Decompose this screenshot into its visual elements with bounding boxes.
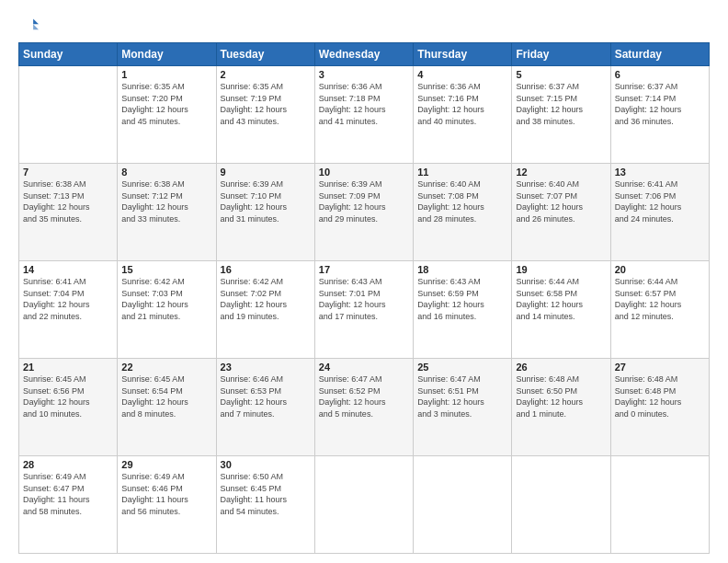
day-info: Sunrise: 6:35 AM Sunset: 7:20 PM Dayligh… bbox=[121, 81, 211, 127]
day-number: 22 bbox=[121, 362, 211, 373]
day-cell: 20Sunrise: 6:44 AM Sunset: 6:57 PM Dayli… bbox=[610, 261, 709, 359]
day-info: Sunrise: 6:40 AM Sunset: 7:07 PM Dayligh… bbox=[516, 178, 606, 224]
day-cell bbox=[512, 456, 610, 554]
day-info: Sunrise: 6:47 AM Sunset: 6:51 PM Dayligh… bbox=[417, 373, 507, 419]
day-number: 20 bbox=[615, 264, 705, 275]
day-number: 30 bbox=[221, 459, 311, 470]
day-cell: 22Sunrise: 6:45 AM Sunset: 6:54 PM Dayli… bbox=[118, 359, 216, 456]
week-row-3: 14Sunrise: 6:41 AM Sunset: 7:04 PM Dayli… bbox=[19, 261, 710, 359]
day-info: Sunrise: 6:42 AM Sunset: 7:02 PM Dayligh… bbox=[221, 276, 311, 322]
day-info: Sunrise: 6:45 AM Sunset: 6:54 PM Dayligh… bbox=[121, 373, 211, 419]
day-cell: 14Sunrise: 6:41 AM Sunset: 7:04 PM Dayli… bbox=[19, 261, 118, 359]
week-row-1: 1Sunrise: 6:35 AM Sunset: 7:20 PM Daylig… bbox=[19, 66, 710, 164]
weekday-header-row: SundayMondayTuesdayWednesdayThursdayFrid… bbox=[19, 43, 710, 66]
day-number: 1 bbox=[121, 69, 211, 80]
day-number: 15 bbox=[121, 264, 211, 275]
day-info: Sunrise: 6:40 AM Sunset: 7:08 PM Dayligh… bbox=[417, 178, 507, 224]
day-info: Sunrise: 6:35 AM Sunset: 7:19 PM Dayligh… bbox=[221, 81, 311, 127]
day-number: 9 bbox=[221, 167, 311, 178]
day-cell: 12Sunrise: 6:40 AM Sunset: 7:07 PM Dayli… bbox=[512, 164, 610, 261]
weekday-tuesday: Tuesday bbox=[216, 43, 314, 66]
day-cell: 24Sunrise: 6:47 AM Sunset: 6:52 PM Dayli… bbox=[314, 359, 413, 456]
day-cell: 9Sunrise: 6:39 AM Sunset: 7:10 PM Daylig… bbox=[216, 164, 314, 261]
day-cell: 25Sunrise: 6:47 AM Sunset: 6:51 PM Dayli… bbox=[414, 359, 512, 456]
day-cell: 13Sunrise: 6:41 AM Sunset: 7:06 PM Dayli… bbox=[610, 164, 709, 261]
weekday-wednesday: Wednesday bbox=[314, 43, 413, 66]
day-number: 19 bbox=[516, 264, 606, 275]
calendar-table: SundayMondayTuesdayWednesdayThursdayFrid… bbox=[18, 42, 710, 554]
day-info: Sunrise: 6:39 AM Sunset: 7:10 PM Dayligh… bbox=[221, 178, 311, 224]
day-info: Sunrise: 6:48 AM Sunset: 6:48 PM Dayligh… bbox=[615, 373, 705, 419]
day-cell: 18Sunrise: 6:43 AM Sunset: 6:59 PM Dayli… bbox=[414, 261, 512, 359]
day-info: Sunrise: 6:44 AM Sunset: 6:57 PM Dayligh… bbox=[615, 276, 705, 322]
day-cell: 8Sunrise: 6:38 AM Sunset: 7:12 PM Daylig… bbox=[118, 164, 216, 261]
day-number: 11 bbox=[417, 167, 507, 178]
day-info: Sunrise: 6:45 AM Sunset: 6:56 PM Dayligh… bbox=[23, 373, 113, 419]
day-cell: 1Sunrise: 6:35 AM Sunset: 7:20 PM Daylig… bbox=[118, 66, 216, 164]
day-cell: 10Sunrise: 6:39 AM Sunset: 7:09 PM Dayli… bbox=[314, 164, 413, 261]
day-cell: 30Sunrise: 6:50 AM Sunset: 6:45 PM Dayli… bbox=[216, 456, 314, 554]
day-number: 21 bbox=[23, 362, 113, 373]
day-info: Sunrise: 6:49 AM Sunset: 6:47 PM Dayligh… bbox=[23, 471, 113, 517]
week-row-5: 28Sunrise: 6:49 AM Sunset: 6:47 PM Dayli… bbox=[19, 456, 710, 554]
day-cell: 29Sunrise: 6:49 AM Sunset: 6:46 PM Dayli… bbox=[118, 456, 216, 554]
day-cell: 15Sunrise: 6:42 AM Sunset: 7:03 PM Dayli… bbox=[118, 261, 216, 359]
day-number: 17 bbox=[319, 264, 409, 275]
weekday-thursday: Thursday bbox=[414, 43, 512, 66]
day-info: Sunrise: 6:50 AM Sunset: 6:45 PM Dayligh… bbox=[221, 471, 311, 517]
day-cell bbox=[19, 66, 118, 164]
weekday-friday: Friday bbox=[512, 43, 610, 66]
day-cell: 2Sunrise: 6:35 AM Sunset: 7:19 PM Daylig… bbox=[216, 66, 314, 164]
logo-icon bbox=[18, 15, 39, 35]
day-info: Sunrise: 6:37 AM Sunset: 7:15 PM Dayligh… bbox=[516, 81, 606, 127]
day-info: Sunrise: 6:39 AM Sunset: 7:09 PM Dayligh… bbox=[319, 178, 409, 224]
day-number: 4 bbox=[417, 69, 507, 80]
day-number: 14 bbox=[23, 264, 113, 275]
day-number: 25 bbox=[417, 362, 507, 373]
logo bbox=[18, 15, 42, 35]
day-number: 12 bbox=[516, 167, 606, 178]
day-info: Sunrise: 6:47 AM Sunset: 6:52 PM Dayligh… bbox=[319, 373, 409, 419]
weekday-saturday: Saturday bbox=[610, 43, 709, 66]
day-info: Sunrise: 6:48 AM Sunset: 6:50 PM Dayligh… bbox=[516, 373, 606, 419]
day-number: 6 bbox=[615, 69, 705, 80]
day-info: Sunrise: 6:49 AM Sunset: 6:46 PM Dayligh… bbox=[121, 471, 211, 517]
day-cell: 16Sunrise: 6:42 AM Sunset: 7:02 PM Dayli… bbox=[216, 261, 314, 359]
day-cell: 3Sunrise: 6:36 AM Sunset: 7:18 PM Daylig… bbox=[314, 66, 413, 164]
day-cell: 26Sunrise: 6:48 AM Sunset: 6:50 PM Dayli… bbox=[512, 359, 610, 456]
day-number: 29 bbox=[121, 459, 211, 470]
day-cell: 23Sunrise: 6:46 AM Sunset: 6:53 PM Dayli… bbox=[216, 359, 314, 456]
day-number: 18 bbox=[417, 264, 507, 275]
day-cell bbox=[610, 456, 709, 554]
day-cell: 4Sunrise: 6:36 AM Sunset: 7:16 PM Daylig… bbox=[414, 66, 512, 164]
weekday-sunday: Sunday bbox=[19, 43, 118, 66]
week-row-2: 7Sunrise: 6:38 AM Sunset: 7:13 PM Daylig… bbox=[19, 164, 710, 261]
day-info: Sunrise: 6:42 AM Sunset: 7:03 PM Dayligh… bbox=[121, 276, 211, 322]
day-number: 7 bbox=[23, 167, 113, 178]
svg-marker-1 bbox=[33, 24, 39, 29]
day-number: 16 bbox=[221, 264, 311, 275]
day-number: 23 bbox=[221, 362, 311, 373]
day-number: 26 bbox=[516, 362, 606, 373]
day-number: 8 bbox=[121, 167, 211, 178]
day-cell: 21Sunrise: 6:45 AM Sunset: 6:56 PM Dayli… bbox=[19, 359, 118, 456]
day-info: Sunrise: 6:36 AM Sunset: 7:16 PM Dayligh… bbox=[417, 81, 507, 127]
day-info: Sunrise: 6:36 AM Sunset: 7:18 PM Dayligh… bbox=[319, 81, 409, 127]
day-info: Sunrise: 6:46 AM Sunset: 6:53 PM Dayligh… bbox=[221, 373, 311, 419]
day-info: Sunrise: 6:37 AM Sunset: 7:14 PM Dayligh… bbox=[615, 81, 705, 127]
day-cell bbox=[314, 456, 413, 554]
day-number: 2 bbox=[221, 69, 311, 80]
day-info: Sunrise: 6:41 AM Sunset: 7:04 PM Dayligh… bbox=[23, 276, 113, 322]
day-cell: 28Sunrise: 6:49 AM Sunset: 6:47 PM Dayli… bbox=[19, 456, 118, 554]
day-number: 28 bbox=[23, 459, 113, 470]
day-number: 10 bbox=[319, 167, 409, 178]
day-cell: 7Sunrise: 6:38 AM Sunset: 7:13 PM Daylig… bbox=[19, 164, 118, 261]
day-cell: 6Sunrise: 6:37 AM Sunset: 7:14 PM Daylig… bbox=[610, 66, 709, 164]
day-cell: 27Sunrise: 6:48 AM Sunset: 6:48 PM Dayli… bbox=[610, 359, 709, 456]
day-cell: 19Sunrise: 6:44 AM Sunset: 6:58 PM Dayli… bbox=[512, 261, 610, 359]
day-number: 13 bbox=[615, 167, 705, 178]
day-info: Sunrise: 6:41 AM Sunset: 7:06 PM Dayligh… bbox=[615, 178, 705, 224]
day-cell bbox=[414, 456, 512, 554]
day-info: Sunrise: 6:44 AM Sunset: 6:58 PM Dayligh… bbox=[516, 276, 606, 322]
day-number: 3 bbox=[319, 69, 409, 80]
